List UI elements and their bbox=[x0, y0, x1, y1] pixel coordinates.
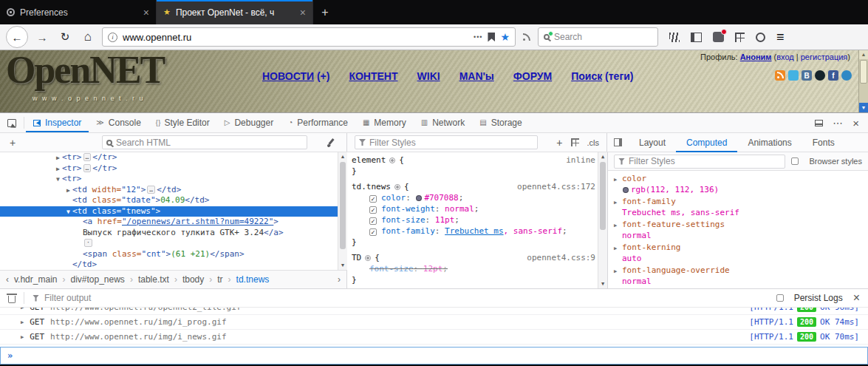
eyedropper-icon[interactable] bbox=[326, 138, 336, 148]
breadcrumb-item[interactable]: div#top_news bbox=[70, 274, 124, 285]
network-log-row[interactable]: GEThttp://www.opennet.ru/img/i_news.gif[… bbox=[0, 330, 868, 345]
expand-arrow[interactable] bbox=[614, 266, 622, 277]
search-bar[interactable] bbox=[538, 27, 658, 47]
expand-arrow[interactable] bbox=[614, 174, 622, 186]
browser-tab[interactable]: Проект OpenNet - всё, ч bbox=[157, 0, 313, 24]
add-node-button[interactable]: + bbox=[6, 137, 19, 149]
markup-line[interactable]: <a href="/opennews/art.shtml?num=49222"> bbox=[0, 217, 338, 228]
property-checkbox[interactable] bbox=[369, 217, 377, 225]
filter-styles-input[interactable] bbox=[369, 138, 533, 148]
page-scrollbar[interactable] bbox=[858, 50, 868, 112]
network-log-row[interactable]: GEThttp://www.opennet.ru/opennet2_tile.g… bbox=[0, 308, 868, 315]
sidebar-tab-animations[interactable]: Animations bbox=[737, 133, 802, 152]
expand-arrow[interactable] bbox=[614, 220, 622, 231]
markup-line[interactable]: </td> bbox=[0, 260, 338, 270]
computed-filter-box[interactable] bbox=[614, 155, 785, 169]
expand-arrow[interactable]: ▶ bbox=[54, 153, 62, 164]
sidebar-tab-fonts[interactable]: Fonts bbox=[802, 133, 845, 152]
expand-arrow[interactable]: ▶ bbox=[54, 164, 62, 175]
library-icon[interactable] bbox=[669, 33, 680, 42]
markup-line[interactable]: <span class="cnt">(61 +21)</span> bbox=[0, 249, 338, 260]
markup-line[interactable]: Выпуск графического тулкита GTK+ 3.24</a… bbox=[0, 228, 338, 239]
property-checkbox[interactable] bbox=[369, 228, 377, 236]
scroll-down-icon[interactable] bbox=[859, 103, 868, 112]
menu-button[interactable] bbox=[776, 30, 785, 44]
filter-output-input[interactable] bbox=[44, 293, 768, 303]
computed-filter-input[interactable] bbox=[629, 156, 781, 166]
dock-icon[interactable] bbox=[815, 120, 823, 126]
request-url[interactable]: http://www.opennet.ru/opennet2_tile.gif bbox=[50, 308, 241, 312]
markup-line[interactable]: ▶<tr>…</tr> bbox=[0, 163, 338, 174]
computed-property[interactable]: font-language-overridenormal bbox=[608, 265, 868, 287]
scroll-up-icon[interactable] bbox=[598, 152, 607, 161]
devtools-tab-network[interactable]: Network bbox=[414, 113, 472, 132]
devtools-close-icon[interactable] bbox=[852, 118, 859, 129]
gear-icon[interactable] bbox=[389, 157, 395, 163]
scroll-down-icon[interactable] bbox=[338, 261, 347, 270]
gear-icon[interactable] bbox=[365, 255, 371, 261]
breadcrumb-item[interactable]: tr bbox=[217, 274, 222, 285]
more-options-icon[interactable] bbox=[833, 118, 843, 128]
search-html-box[interactable] bbox=[102, 135, 307, 149]
expand-arrow[interactable] bbox=[21, 334, 24, 340]
browser-tab[interactable]: Preferences bbox=[0, 0, 157, 24]
search-input[interactable] bbox=[554, 32, 652, 42]
bookmark-star-icon[interactable] bbox=[500, 32, 510, 42]
rule-selector[interactable]: element bbox=[352, 155, 386, 166]
rss-feed-icon[interactable] bbox=[775, 70, 785, 81]
forward-button[interactable] bbox=[33, 28, 51, 46]
devtools-tab-memory[interactable]: Memory bbox=[355, 113, 414, 132]
facebook-icon[interactable] bbox=[828, 70, 838, 81]
extension-circle-icon[interactable] bbox=[756, 33, 765, 42]
class-toggle-button[interactable]: .cls bbox=[587, 138, 600, 147]
page-actions-icon[interactable] bbox=[474, 33, 482, 41]
gear-icon[interactable] bbox=[394, 184, 400, 190]
extension-grid-icon[interactable] bbox=[735, 33, 745, 42]
browser-styles-checkbox[interactable] bbox=[791, 157, 799, 165]
css-property[interactable]: font-size: 11pt; bbox=[352, 214, 595, 226]
filter-styles-box[interactable] bbox=[355, 135, 538, 149]
breadcrumb-scroll-left-icon[interactable] bbox=[6, 274, 9, 285]
tab-close-icon[interactable] bbox=[143, 7, 149, 18]
profile-user-link[interactable]: Аноним bbox=[740, 52, 772, 61]
expand-arrow[interactable] bbox=[21, 319, 24, 325]
rule-selector[interactable]: TD bbox=[352, 252, 361, 263]
markup-line[interactable]: ▼<tr> bbox=[0, 174, 338, 185]
scrollbar-thumb[interactable] bbox=[600, 162, 606, 230]
back-button[interactable] bbox=[6, 26, 28, 48]
site-nav-link[interactable]: Поиск (теги) bbox=[571, 70, 633, 82]
search-html-input[interactable] bbox=[116, 138, 303, 148]
scroll-up-icon[interactable] bbox=[338, 152, 347, 161]
scrollbar-thumb[interactable] bbox=[340, 162, 346, 249]
site-info-icon[interactable] bbox=[108, 33, 117, 42]
breadcrumb-item[interactable]: v.hdr_main bbox=[14, 274, 57, 285]
markup-scrollbar[interactable] bbox=[338, 152, 347, 270]
css-property[interactable]: font-weight: normal; bbox=[352, 203, 595, 214]
scrollbar-thumb[interactable] bbox=[860, 60, 867, 84]
filter-output-box[interactable] bbox=[33, 293, 768, 303]
sidebar-toggle-icon[interactable] bbox=[614, 138, 622, 146]
breadcrumb-item[interactable]: td.tnews bbox=[236, 274, 270, 285]
expand-arrow[interactable]: ▼ bbox=[64, 207, 72, 218]
font-family-link[interactable]: Trebuchet ms bbox=[445, 226, 503, 236]
vk-icon[interactable] bbox=[802, 70, 812, 81]
computed-property[interactable]: font-familyTrebuchet ms, sans-serif bbox=[608, 196, 868, 218]
scroll-up-icon[interactable] bbox=[859, 50, 868, 59]
rules-scrollbar[interactable] bbox=[598, 152, 607, 288]
reload-button[interactable] bbox=[56, 28, 74, 46]
computed-property[interactable]: colorrgb(112, 112, 136) bbox=[608, 173, 868, 195]
expand-arrow[interactable]: ▼ bbox=[54, 174, 62, 186]
expand-arrow[interactable] bbox=[21, 308, 24, 311]
add-rule-button[interactable]: + bbox=[556, 137, 562, 149]
site-nav-link[interactable]: ФОРУМ bbox=[513, 70, 552, 82]
css-property[interactable]: color: #707088; bbox=[352, 192, 595, 203]
devtools-tab-inspector[interactable]: Inspector bbox=[26, 113, 89, 132]
devtools-tab-style-editor[interactable]: Style Editor bbox=[148, 113, 217, 132]
rss-icon[interactable] bbox=[521, 31, 533, 43]
pick-element-icon[interactable] bbox=[7, 119, 16, 127]
console-input-row[interactable]: » bbox=[0, 347, 868, 365]
clear-output-icon[interactable] bbox=[8, 296, 16, 303]
persist-logs-checkbox[interactable] bbox=[776, 294, 784, 302]
color-swatch[interactable] bbox=[416, 195, 422, 201]
twitter-icon[interactable] bbox=[788, 70, 799, 81]
